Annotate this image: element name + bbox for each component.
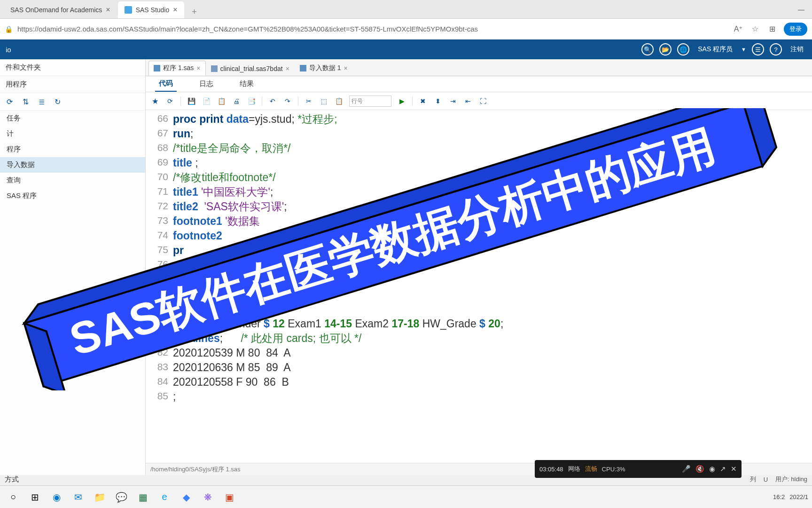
app-icon-1[interactable]: ◆ [177,488,195,507]
speaker-icon[interactable]: 🔇 [695,465,704,473]
outdent-icon[interactable]: ⇤ [463,96,473,106]
code-line[interactable]: 67run; [146,127,812,141]
new-icon[interactable]: 📋 [217,96,226,106]
file-tab-import[interactable]: 导入数据 1 × [295,61,353,76]
line-content[interactable]: /*title是全局命令，取消*/ [173,141,290,156]
cut-icon[interactable]: ✂ [304,96,313,106]
line-content[interactable]: /*修改title和footnote*/ [173,170,276,185]
reload-icon[interactable]: ↻ [52,96,63,107]
file-tab-clinical[interactable]: clinical_trial.sas7bdat × [206,62,295,76]
explorer-icon[interactable]: 📁 [90,488,109,507]
user-role[interactable]: SAS 程序员 [698,45,733,54]
sidebar-item-sasprog[interactable]: SAS 程序 [0,188,145,204]
sidebar-section-programs[interactable]: 用程序 [0,76,145,93]
lock-icon[interactable]: 🔒 [5,25,13,33]
new-tab-button[interactable]: + [188,5,201,18]
code-line[interactable]: 72title2 'SAS软件实习课'; [146,199,812,214]
code-line[interactable]: 78 [146,287,812,302]
line-content[interactable]: 2020120539 M 80 84 A [173,346,291,360]
code-line[interactable]: 76 height; [146,258,812,272]
close-icon[interactable]: × [286,65,289,72]
sub-tab-code[interactable]: 代码 [155,76,177,92]
taskbar-time[interactable]: 16:2 [773,493,785,500]
line-content[interactable]: 2020120558 F 90 86 B [173,375,289,389]
line-content[interactable]: title1 '中国医科大学'; [173,185,273,199]
browser-tab-1[interactable]: SAS OnDemand for Academics × [4,1,117,18]
excel-icon[interactable]: ▦ [133,488,152,507]
app-icon-2[interactable]: ❋ [198,488,217,507]
edge-icon[interactable]: ◉ [47,488,66,507]
format-icon[interactable]: ⬚ [319,96,328,106]
menu-icon[interactable]: ☰ [752,43,764,56]
code-line[interactable]: 77 [146,273,812,287]
saveas-icon[interactable]: 📄 [202,96,211,106]
code-line[interactable]: 69title ; [146,156,812,170]
file-tab-program1[interactable]: 程序 1.sas × [148,61,206,76]
list-icon[interactable]: ≣ [36,96,47,107]
ie-icon[interactable]: e [155,488,174,507]
close-icon[interactable]: × [344,64,348,72]
minimize-button[interactable]: — [790,0,812,19]
line-content[interactable]: run; [173,127,193,141]
sidebar-bottom[interactable]: 方式 [0,473,146,485]
line-content[interactable] [173,302,176,317]
sidebar-section-files[interactable]: 件和文件夹 [0,59,145,76]
fullscreen-icon[interactable]: ⛶ [478,96,488,106]
url-text[interactable]: https://odamid-usw2.oda.sas.com/SASStudi… [17,25,728,33]
close-icon[interactable]: × [106,6,110,14]
reader-icon[interactable]: A⁺ [733,24,743,34]
redo-icon[interactable]: ↷ [283,96,292,106]
code-line[interactable]: 832020120636 M 85 89 A [146,360,812,375]
clipboard-icon[interactable]: 📋 [334,96,344,106]
close-icon[interactable]: × [196,64,200,72]
sidebar-item-query[interactable]: 查询 [0,173,145,188]
line-content[interactable] [173,287,176,302]
copy-icon[interactable]: 📑 [247,96,256,106]
close-video-icon[interactable]: ✕ [731,465,737,473]
mail-icon[interactable]: ✉ [69,488,87,507]
globe-icon[interactable]: 🌐 [677,43,689,56]
line-content[interactable]: Id 1-10 Gender $ 12 Exam1 14-15 Exam2 17… [173,317,503,331]
line-content[interactable]: proc print data=yjs.stud; *过程步; [173,112,337,127]
code-line[interactable]: 73footnote1 '数据集 [146,214,812,229]
play-icon[interactable]: ▶ [397,96,406,106]
code-line[interactable]: 81datalines; /* 此处用 cards; 也可以 */ [146,331,812,346]
refresh-icon[interactable]: ⟳ [4,96,15,107]
code-line[interactable]: 74footnote2 [146,229,812,243]
submit-icon[interactable]: ⟳ [165,96,175,106]
filter-icon[interactable]: ⇅ [20,96,31,107]
login-button[interactable]: 登录 [784,23,807,36]
mic-icon[interactable]: 🎤 [682,465,691,473]
wechat-icon[interactable]: 💬 [112,488,131,507]
powerpoint-icon[interactable]: ▣ [220,488,239,507]
help-icon[interactable]: ? [770,43,782,56]
code-line[interactable]: 79 [146,302,812,317]
code-line[interactable]: 75pr [146,243,812,258]
browser-tab-2[interactable]: SAS Studio × [118,1,184,18]
sidebar-item-import[interactable]: 导入数据 [0,157,145,173]
signout-link[interactable]: 注销 [790,45,804,54]
sidebar-item-programs[interactable]: 程序 [0,142,145,157]
clear-icon[interactable]: ✖ [418,96,428,106]
chevron-down-icon[interactable]: ▼ [741,47,746,52]
code-line[interactable]: 66proc print data=yjs.stud; *过程步; [146,112,812,127]
code-line[interactable]: 80 Id 1-10 Gender $ 12 Exam1 14-15 Exam2… [146,317,812,331]
sub-tab-results[interactable]: 结果 [236,77,258,91]
goto-line-input[interactable] [349,95,391,107]
sub-tab-log[interactable]: 日志 [195,77,217,91]
line-content[interactable]: title ; [173,156,198,170]
line-content[interactable]: pr [173,243,184,258]
bookmark-icon[interactable]: ⬍ [433,96,443,106]
save-icon[interactable]: 💾 [187,96,196,106]
search-icon[interactable]: 🔍 [641,43,654,56]
start-button[interactable]: ○ [4,488,23,507]
print-icon[interactable]: 🖨 [232,96,241,106]
code-line[interactable]: 85; [146,389,812,404]
code-line[interactable]: 68/*title是全局命令，取消*/ [146,141,812,156]
code-line[interactable]: 70/*修改title和footnote*/ [146,170,812,185]
record-icon[interactable]: ◉ [709,465,715,473]
sidebar-item-stats[interactable]: 计 [0,126,145,142]
sidebar-item-tasks[interactable]: 任务 [0,111,145,126]
line-content[interactable]: title2 'SAS软件实习课'; [173,199,287,214]
line-content[interactable]: height; [173,258,289,272]
